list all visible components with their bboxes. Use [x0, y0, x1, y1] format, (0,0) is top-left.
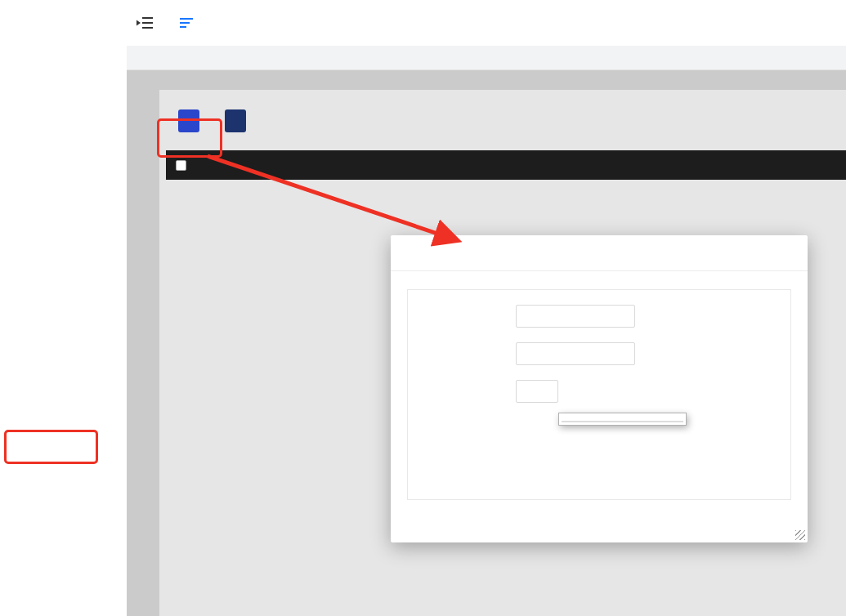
delete-button[interactable]: [225, 109, 246, 132]
select-all-checkbox[interactable]: [176, 160, 186, 171]
menu-lines-icon[interactable]: [179, 16, 194, 29]
modal-resize-handle[interactable]: [795, 530, 805, 540]
color-picker-shades: [562, 421, 683, 422]
data-table: [166, 150, 846, 180]
tag-code-input[interactable]: [516, 305, 635, 328]
create-tag-modal: [391, 235, 808, 542]
tag-color-input[interactable]: [516, 380, 558, 403]
create-button[interactable]: [178, 109, 199, 132]
color-picker: [558, 413, 687, 426]
modal-form: [407, 289, 791, 500]
tab-bar: [127, 46, 846, 70]
tag-name-input[interactable]: [516, 342, 635, 365]
tabs-back-chevron-icon[interactable]: [133, 49, 148, 67]
sidebar-collapse-icon[interactable]: [137, 16, 154, 30]
app-logo: [0, 0, 127, 70]
sidebar: [0, 70, 127, 616]
table-header: [166, 150, 846, 180]
topbar: [127, 0, 846, 46]
